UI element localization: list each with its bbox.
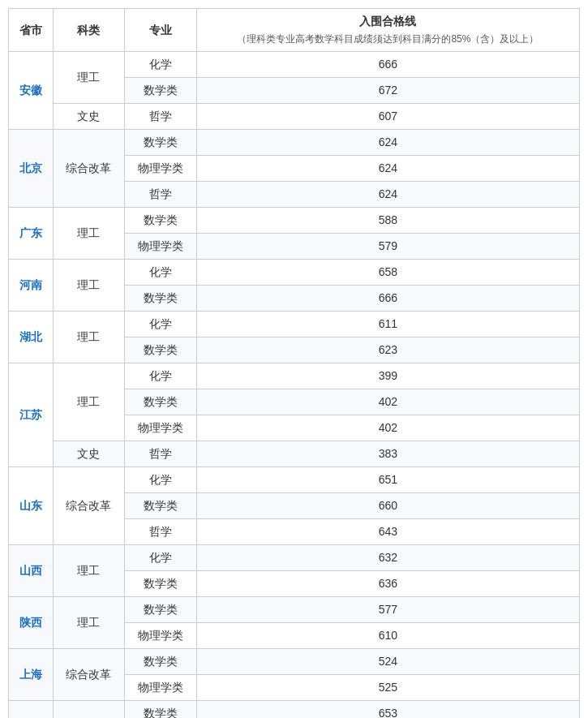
score-cell: 610 — [196, 623, 579, 649]
major-cell: 数学类 — [125, 208, 197, 234]
score-table: 省市 科类 专业 入围合格线 （理科类专业高考数学科目成绩须达到科目满分的85%… — [8, 8, 580, 718]
major-cell: 哲学 — [125, 519, 197, 545]
major-cell: 数学类 — [125, 286, 197, 312]
score-cell: 611 — [196, 312, 579, 338]
score-cell: 624 — [196, 130, 579, 156]
major-cell: 物理学类 — [125, 234, 197, 260]
category-cell: 理工 — [53, 363, 125, 441]
major-cell: 哲学 — [125, 441, 197, 467]
score-cell: 402 — [196, 389, 579, 415]
province-cell: 山西 — [9, 545, 54, 597]
major-cell: 化学 — [125, 467, 197, 493]
score-cell: 402 — [196, 415, 579, 441]
score-cell: 607 — [196, 104, 579, 130]
category-cell: 理工 — [53, 597, 125, 649]
major-cell: 物理学类 — [125, 623, 197, 649]
score-cell: 399 — [196, 363, 579, 389]
major-cell: 物理学类 — [125, 156, 197, 182]
score-cell: 632 — [196, 545, 579, 571]
province-cell: 上海 — [9, 649, 54, 701]
category-cell: 理工 — [53, 545, 125, 597]
score-cell: 525 — [196, 675, 579, 701]
score-cell: 672 — [196, 78, 579, 104]
score-cell: 666 — [196, 52, 579, 78]
category-cell: 文史 — [53, 104, 125, 130]
score-cell: 666 — [196, 286, 579, 312]
major-cell: 化学 — [125, 52, 197, 78]
header-major: 专业 — [125, 9, 197, 52]
major-cell: 数学类 — [125, 78, 197, 104]
category-cell: 理工 — [53, 701, 125, 719]
score-cell: 624 — [196, 182, 579, 208]
major-cell: 物理学类 — [125, 415, 197, 441]
score-cell: 658 — [196, 260, 579, 286]
score-cell: 651 — [196, 467, 579, 493]
major-cell: 化学 — [125, 545, 197, 571]
major-cell: 哲学 — [125, 182, 197, 208]
category-cell: 综合改革 — [53, 649, 125, 701]
score-cell: 636 — [196, 571, 579, 597]
province-cell: 广东 — [9, 208, 54, 260]
score-cell: 643 — [196, 519, 579, 545]
score-cell: 588 — [196, 208, 579, 234]
score-cell: 579 — [196, 234, 579, 260]
province-cell: 陕西 — [9, 597, 54, 649]
score-cell: 624 — [196, 156, 579, 182]
header-province: 省市 — [9, 9, 54, 52]
category-cell: 理工 — [53, 312, 125, 363]
category-cell: 文史 — [53, 441, 125, 467]
score-cell: 383 — [196, 441, 579, 467]
major-cell: 数学类 — [125, 493, 197, 519]
category-cell: 理工 — [53, 208, 125, 260]
category-cell: 理工 — [53, 52, 125, 104]
major-cell: 数学类 — [125, 701, 197, 719]
score-cell: 623 — [196, 338, 579, 363]
province-cell: 江苏 — [9, 363, 54, 467]
major-cell: 数学类 — [125, 338, 197, 363]
province-cell: 湖北 — [9, 312, 54, 363]
major-cell: 哲学 — [125, 104, 197, 130]
province-cell: 四川 — [9, 701, 54, 719]
province-cell: 北京 — [9, 130, 54, 208]
major-cell: 数学类 — [125, 389, 197, 415]
score-cell: 524 — [196, 649, 579, 675]
major-cell: 数学类 — [125, 130, 197, 156]
category-cell: 综合改革 — [53, 130, 125, 208]
header-score: 入围合格线 （理科类专业高考数学科目成绩须达到科目满分的85%（含）及以上） — [196, 9, 579, 52]
score-cell: 653 — [196, 701, 579, 719]
major-cell: 数学类 — [125, 571, 197, 597]
major-cell: 物理学类 — [125, 675, 197, 701]
major-cell: 化学 — [125, 260, 197, 286]
major-cell: 化学 — [125, 363, 197, 389]
score-cell: 660 — [196, 493, 579, 519]
major-cell: 化学 — [125, 312, 197, 338]
major-cell: 数学类 — [125, 649, 197, 675]
province-cell: 河南 — [9, 260, 54, 312]
province-cell: 山东 — [9, 467, 54, 545]
province-cell: 安徽 — [9, 52, 54, 130]
category-cell: 综合改革 — [53, 467, 125, 545]
score-cell: 577 — [196, 597, 579, 623]
major-cell: 数学类 — [125, 597, 197, 623]
header-category: 科类 — [53, 9, 125, 52]
category-cell: 理工 — [53, 260, 125, 312]
